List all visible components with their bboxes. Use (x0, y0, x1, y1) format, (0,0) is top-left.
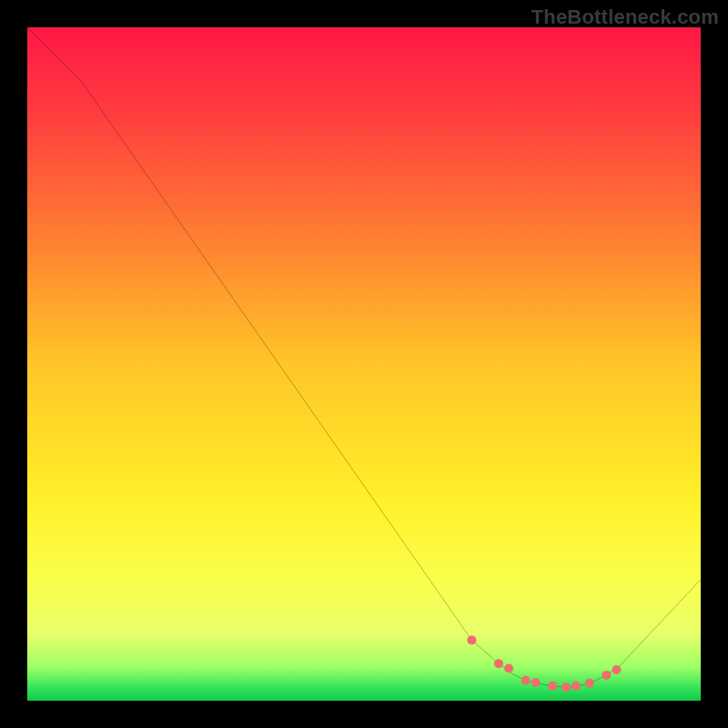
chart-stage: TheBottleneck.com (0, 0, 728, 728)
curve-layer (27, 27, 701, 701)
highlight-marker (531, 678, 541, 687)
highlight-marker (585, 679, 594, 688)
highlight-marker (521, 676, 531, 685)
highlight-marker (467, 635, 476, 644)
highlight-markers (467, 635, 621, 692)
highlight-marker (612, 665, 621, 674)
bottleneck-curve-line (27, 27, 701, 687)
highlight-marker (504, 663, 513, 672)
highlight-marker (561, 682, 571, 692)
highlight-marker (548, 682, 557, 691)
plot-area (27, 27, 701, 701)
highlight-marker (571, 682, 581, 691)
watermark-text: TheBottleneck.com (531, 5, 719, 29)
highlight-marker (602, 671, 611, 680)
highlight-marker (494, 659, 503, 668)
